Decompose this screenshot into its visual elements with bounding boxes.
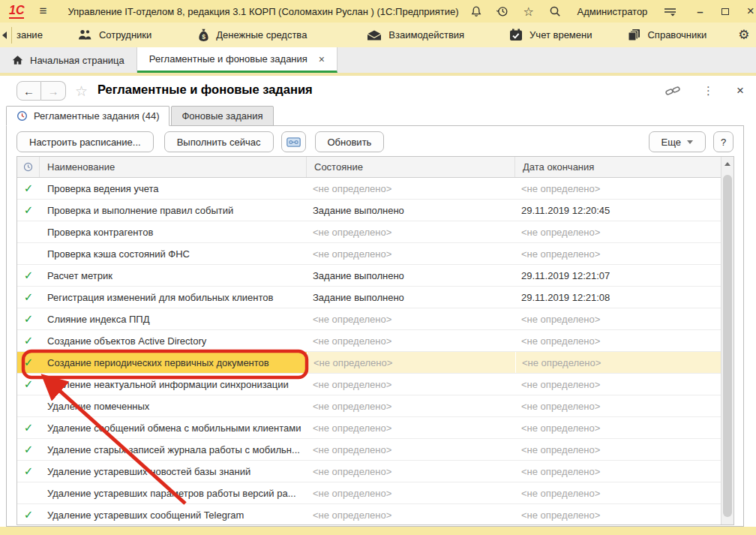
table-row[interactable]: ✓Расчет метрикЗадание выполнено29.11.201…: [17, 265, 721, 287]
section-nav: зание Сотрудники $ Денежные средства Вза…: [0, 23, 756, 47]
more-button[interactable]: Еще: [649, 131, 706, 152]
tab-label: Регламентные и фоновые задания: [149, 53, 308, 65]
check-icon: ✓: [17, 308, 40, 329]
tab-label: Регламентные задания (44): [34, 110, 159, 122]
nav-label: Учет времени: [530, 29, 592, 41]
job-state: <не определено>: [307, 417, 515, 438]
vertical-scrollbar[interactable]: [721, 157, 734, 524]
nav-divider: [11, 27, 12, 44]
people-icon: [77, 29, 92, 41]
title-bar: 1С ≡ Управление IT-отделом 8, редакция 3…: [0, 0, 756, 23]
table-row[interactable]: ✓Слияние индекса ППД<не определено><не о…: [17, 308, 721, 330]
scroll-up-icon[interactable]: [722, 157, 734, 170]
clock-icon: [16, 110, 28, 122]
tab-scheduled[interactable]: Регламентные задания (44): [6, 106, 170, 126]
job-end-date: <не определено>: [515, 221, 722, 242]
status-column-header[interactable]: [17, 157, 40, 177]
table-row[interactable]: Проверка контрагентов<не определено><не …: [17, 221, 721, 243]
nav-label: зание: [16, 29, 43, 41]
tab-scheduled-jobs[interactable]: Регламентные и фоновые задания ×: [137, 47, 338, 73]
table-row[interactable]: ✓Регистрация изменений для мобильных кли…: [17, 287, 721, 308]
column-header-name[interactable]: Наименование: [40, 157, 307, 177]
forward-button[interactable]: →: [41, 81, 66, 101]
service-menu-icon[interactable]: [663, 5, 676, 18]
history-icon[interactable]: [496, 5, 509, 18]
table-row[interactable]: ✓Удаление неактуальной информации синхро…: [17, 374, 721, 395]
more-menu-icon[interactable]: ⋮: [703, 84, 714, 98]
column-header-state[interactable]: Состояние: [307, 157, 515, 177]
table-row[interactable]: ✓Проверка и выполнение правил событийЗад…: [17, 200, 721, 221]
sidebar-item-partial[interactable]: зание: [16, 29, 43, 41]
table-row[interactable]: ✓Создание объектов Active Directory<не о…: [17, 330, 721, 352]
table-row[interactable]: Удаление помеченных<не определено><не оп…: [17, 395, 721, 417]
chevron-down-icon: [687, 140, 693, 144]
job-name: Регистрация изменений для мобильных клие…: [40, 287, 307, 308]
job-end-date: <не определено>: [515, 330, 722, 351]
current-user[interactable]: Администратор: [578, 6, 648, 17]
job-end-date: 29.11.2019 12:21:07: [515, 265, 722, 286]
tab-background[interactable]: Фоновые задания: [171, 106, 273, 126]
job-state: Задание выполнено: [307, 265, 515, 286]
table-row[interactable]: ✓Удаление сообщений обмена с мобильными …: [17, 417, 721, 439]
link-icon[interactable]: [665, 85, 680, 97]
maximize-button[interactable]: [722, 8, 729, 15]
nav-label: Взаимодействия: [388, 29, 464, 41]
check-icon: ✓: [17, 504, 40, 525]
job-name: Удаление неактуальной информации синхрон…: [40, 374, 307, 395]
job-state: Задание выполнено: [307, 200, 515, 221]
check-icon: ✓: [17, 352, 40, 373]
search-icon[interactable]: [548, 5, 562, 18]
sidebar-item-money[interactable]: $ Денежные средства: [198, 29, 307, 42]
column-header-date[interactable]: Дата окончания: [515, 157, 721, 177]
jobs-table: Наименование Состояние Дата окончания ✓П…: [16, 156, 734, 525]
job-state: <не определено>: [307, 439, 515, 460]
table-row[interactable]: Удаление устаревших параметров работы ве…: [17, 482, 721, 504]
job-name: Слияние индекса ППД: [40, 308, 307, 329]
table-row[interactable]: ✓Создание периодических первичных докуме…: [17, 352, 721, 374]
table-row[interactable]: Проверка кэша состояний ФНС<не определен…: [17, 243, 721, 265]
configure-schedule-button[interactable]: Настроить расписание...: [16, 131, 154, 152]
header-clock-icon: [23, 162, 33, 172]
sidebar-item-administration[interactable]: ⚙ Администрирование: [738, 29, 756, 41]
bell-icon[interactable]: [470, 5, 483, 18]
back-button[interactable]: ←: [16, 81, 41, 101]
calendar-icon: [509, 29, 523, 41]
tab-label: Начальная страница: [30, 55, 124, 66]
job-end-date: 29.11.2019 12:20:45: [515, 200, 722, 221]
minimize-button[interactable]: –: [697, 5, 703, 18]
star-icon[interactable]: ☆: [522, 5, 536, 18]
sidebar-item-interactions[interactable]: Взаимодействия: [367, 29, 464, 41]
close-app-button[interactable]: ×: [747, 4, 754, 19]
nav-scroll-left-icon[interactable]: [2, 32, 7, 39]
table-row[interactable]: ✓Проверка ведения учета<не определено><н…: [17, 178, 721, 200]
check-icon: ✓: [17, 265, 40, 286]
application-window: 1С ≡ Управление IT-отделом 8, редакция 3…: [0, 0, 756, 535]
tab-home[interactable]: Начальная страница: [0, 47, 137, 73]
sidebar-item-time-tracking[interactable]: Учет времени: [509, 29, 592, 41]
catalogs-icon: [628, 29, 640, 41]
check-icon: ✓: [17, 374, 40, 395]
favorite-star-icon[interactable]: ☆: [75, 83, 88, 100]
table-row[interactable]: ✓Удаление устаревших сообщений Telegram<…: [17, 504, 721, 525]
sidebar-item-catalogs[interactable]: Справочники: [628, 29, 706, 41]
job-name: Удаление старых записей журнала работы с…: [40, 439, 307, 460]
job-state: <не определено>: [307, 352, 515, 373]
window-tab-bar: Начальная страница Регламентные и фоновы…: [0, 47, 756, 73]
window-close-button[interactable]: ×: [736, 83, 744, 98]
svg-text:$: $: [202, 33, 206, 41]
job-end-date: <не определено>: [515, 417, 722, 438]
help-button[interactable]: ?: [713, 131, 734, 152]
table-row[interactable]: ✓Удаление устаревших новостей базы знани…: [17, 461, 721, 482]
table-row[interactable]: ✓Удаление старых записей журнала работы …: [17, 439, 721, 461]
event-log-button[interactable]: [281, 131, 306, 152]
refresh-button[interactable]: Обновить: [315, 131, 385, 152]
toolbar: Настроить расписание... Выполнить сейчас…: [16, 131, 734, 153]
job-end-date: <не определено>: [515, 504, 722, 525]
run-now-button[interactable]: Выполнить сейчас: [164, 131, 274, 152]
tab-close-icon[interactable]: ×: [319, 53, 325, 65]
hamburger-icon[interactable]: ≡: [39, 5, 46, 18]
sidebar-item-employees[interactable]: Сотрудники: [77, 29, 152, 41]
home-icon: [12, 55, 23, 65]
scrollbar-thumb[interactable]: [723, 175, 732, 517]
nav-label: Денежные средства: [216, 29, 307, 41]
